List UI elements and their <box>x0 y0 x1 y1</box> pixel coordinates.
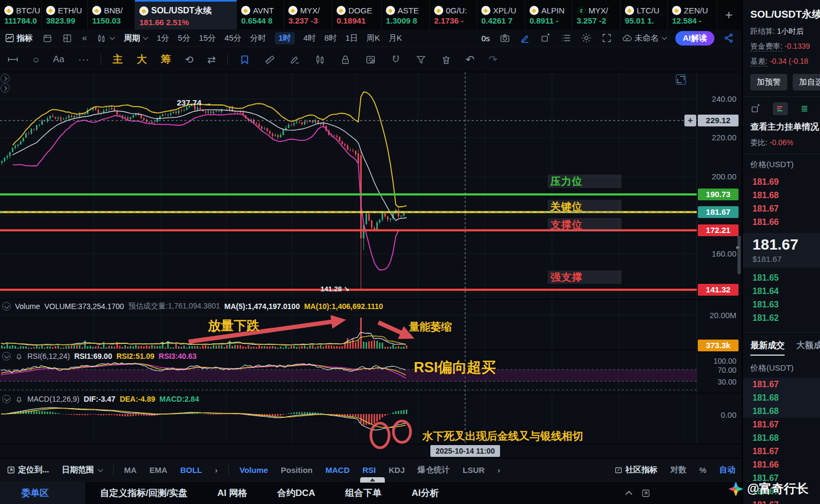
tool-主[interactable]: 主 <box>113 52 123 66</box>
alert-bell-icon-2[interactable] <box>15 395 23 403</box>
ask-row[interactable]: 181.69 <box>743 175 820 189</box>
bid-row[interactable]: 181.63 <box>743 298 820 311</box>
list-settings-icon[interactable] <box>561 33 571 43</box>
bottom-item-17[interactable]: 对数 <box>670 465 687 475</box>
ask-row[interactable]: 181.68 <box>743 189 820 202</box>
tab-latest-trades[interactable]: 最新成交 <box>750 340 785 356</box>
ticker-tab-12[interactable]: ◆LTC/U95.01 1. <box>621 0 668 29</box>
tab-委单区[interactable]: 委单区 <box>0 482 85 504</box>
main-orders-link[interactable]: 查看主力挂单情况 <box>750 122 820 133</box>
indicator-button[interactable]: 指标 <box>5 33 33 43</box>
tool-大[interactable]: 大 <box>137 52 147 66</box>
ticker-tab-11[interactable]: zMYX/3.257 -2 <box>572 0 621 29</box>
layout-grid-icon[interactable] <box>62 33 72 43</box>
tab-AI分析[interactable]: AI分析 <box>412 487 439 499</box>
undo-icon[interactable]: ↶ <box>466 53 475 66</box>
bottom-item-10[interactable]: MACD <box>325 465 349 475</box>
timeframe-45分[interactable]: 45分 <box>225 33 242 43</box>
brush-icon[interactable] <box>289 54 301 65</box>
bottom-item-13[interactable]: 爆仓统计 <box>418 465 450 475</box>
timeframe-4时[interactable]: 4时 <box>303 33 316 43</box>
ticker-tab-6[interactable]: ◆DOGE0.18941 <box>332 0 382 29</box>
timeframe-1分[interactable]: 1分 <box>156 33 169 43</box>
ask-row[interactable]: 181.66 <box>743 215 820 229</box>
ticker-tab-7[interactable]: ◆ASTE1.3009 8 <box>382 0 430 29</box>
collapse-macd-icon[interactable] <box>2 395 11 403</box>
ticker-tab-10[interactable]: ◆ALPIN0.8911 - <box>525 0 572 29</box>
panel-collapse-handle[interactable] <box>360 477 385 483</box>
collapse-rsi-icon[interactable] <box>2 352 11 360</box>
bottom-item-9[interactable]: Position <box>281 465 312 475</box>
price-scrollbar[interactable] <box>737 236 741 274</box>
magnet-icon[interactable] <box>390 54 401 65</box>
bid-row[interactable]: 181.62 <box>743 311 820 325</box>
camera-icon[interactable] <box>500 33 510 43</box>
depth-list-icon[interactable] <box>800 104 809 114</box>
filter-funnel-icon[interactable] <box>415 54 427 65</box>
popout-orderbook-icon[interactable] <box>750 103 761 114</box>
expand-panel-icon[interactable] <box>641 488 651 498</box>
tab-自定义指标/回测/实盘[interactable]: 自定义指标/回测/实盘 <box>100 487 187 499</box>
candles-tool-icon[interactable] <box>315 54 326 65</box>
redo-icon[interactable]: ↷ <box>488 53 497 66</box>
timeframe-分时[interactable]: 分时 <box>250 33 266 43</box>
share-icon[interactable] <box>724 33 734 43</box>
ticker-tab-13[interactable]: ◆ZEN/U12.584 - <box>668 0 717 29</box>
tab-AI 网格[interactable]: AI 网格 <box>217 487 247 499</box>
timeframe-1日[interactable]: 1日 <box>346 33 358 43</box>
tool-筹[interactable]: 筹 <box>161 52 171 66</box>
ask-row[interactable]: 181.67 <box>743 202 820 215</box>
timeframe-5分[interactable]: 5分 <box>178 33 190 43</box>
bookmark-icon[interactable] <box>239 54 250 65</box>
bid-row[interactable]: 181.65 <box>743 271 820 284</box>
timeframe-8时[interactable]: 8时 <box>324 33 337 43</box>
circle-tool-icon[interactable]: ○ <box>33 54 39 66</box>
ai-analysis-button[interactable]: AI解读 <box>675 31 714 46</box>
collapse-panel-icon[interactable] <box>625 491 632 498</box>
bottom-item-19[interactable]: 自动 <box>719 465 735 475</box>
lock-icon[interactable] <box>340 54 351 65</box>
sidebar-expand-arrow[interactable]: ▸ <box>736 244 740 251</box>
bid-row[interactable]: 181.64 <box>743 284 820 298</box>
alert-bell-icon[interactable] <box>15 352 23 360</box>
ticker-tab-5[interactable]: ◆MYX/3.237 -3 <box>284 0 332 29</box>
bottom-item-11[interactable]: RSI <box>362 465 376 475</box>
orderbook-view-icon[interactable] <box>773 102 788 115</box>
trash-icon[interactable] <box>441 54 452 65</box>
ticker-tab-9[interactable]: ◆XPL/U0.4261 7 <box>477 0 525 29</box>
bottom-item-0[interactable]: 定位到... <box>6 465 49 475</box>
compare-arrows-icon[interactable]: ⇄ <box>207 54 216 66</box>
replay-icon[interactable]: « <box>82 33 87 43</box>
tab-组合下单[interactable]: 组合下单 <box>345 487 382 499</box>
timeframe-15分[interactable]: 15分 <box>199 33 216 43</box>
measure-line-icon[interactable] <box>7 54 19 65</box>
timeframe-月K[interactable]: 月K <box>389 33 402 43</box>
panel-expand-icon-2[interactable] <box>1 84 10 93</box>
text-tool-icon[interactable]: Aa <box>53 54 64 65</box>
bottom-item-14[interactable]: LSUR <box>463 465 484 475</box>
ruler-icon[interactable] <box>264 54 275 65</box>
add-ticker-button[interactable]: + <box>717 0 741 29</box>
panel-expand-icon[interactable] <box>1 74 10 83</box>
gear-icon[interactable] <box>581 33 592 43</box>
bottom-item-3[interactable]: MA <box>124 465 137 475</box>
ticker-tab-4[interactable]: ◆AVNT0.6544 8 <box>237 0 284 29</box>
bottom-item-18[interactable]: % <box>699 465 706 475</box>
ticker-tab-3[interactable]: ◆SOL/USDT永续181.66 2.51% <box>135 0 237 29</box>
more-tools-icon[interactable]: ··· <box>78 54 90 65</box>
add-watchlist-button[interactable]: 加自选 <box>793 74 820 91</box>
candle-style-icon[interactable] <box>96 33 114 43</box>
ticker-tab-8[interactable]: ◆0G/U:2.1736 - <box>430 0 477 29</box>
chart-expand-icon[interactable] <box>676 74 686 85</box>
bottom-item-4[interactable]: EMA <box>150 465 167 475</box>
bottom-item-6[interactable]: › <box>215 465 218 475</box>
period-menu[interactable]: 周期 <box>124 33 147 43</box>
add-alert-button[interactable]: 加预警 <box>750 74 787 91</box>
collapse-volume-icon[interactable] <box>2 302 11 311</box>
tab-large-trades[interactable]: 大额成交 <box>796 340 820 356</box>
chart-area[interactable]: 240.00220.00200.00160.00压力位190.73关键位181.… <box>0 72 742 504</box>
save-layout-icon[interactable] <box>42 33 53 43</box>
popup-window-icon[interactable] <box>540 33 551 43</box>
bottom-item-16[interactable]: 社区指标 <box>614 465 658 475</box>
note-edit-icon[interactable] <box>365 54 376 65</box>
